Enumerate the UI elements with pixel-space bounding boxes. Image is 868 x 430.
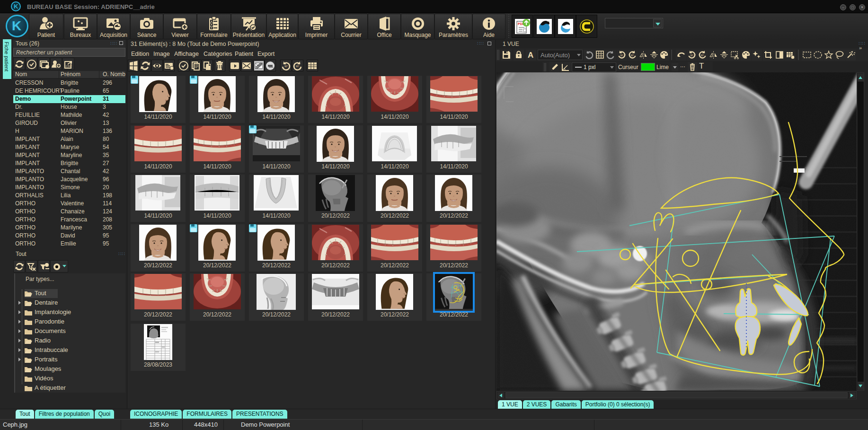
svg-text:CSV: CSV: [66, 65, 71, 68]
svg-text:90°: 90°: [701, 54, 704, 57]
svg-text:90°: 90°: [284, 65, 288, 68]
svg-text:90°: 90°: [296, 65, 300, 68]
svg-text:90°: 90°: [631, 54, 634, 57]
svg-text:90°: 90°: [691, 54, 694, 57]
svg-text:A: A: [528, 51, 533, 60]
svg-text:90°: 90°: [620, 54, 624, 57]
